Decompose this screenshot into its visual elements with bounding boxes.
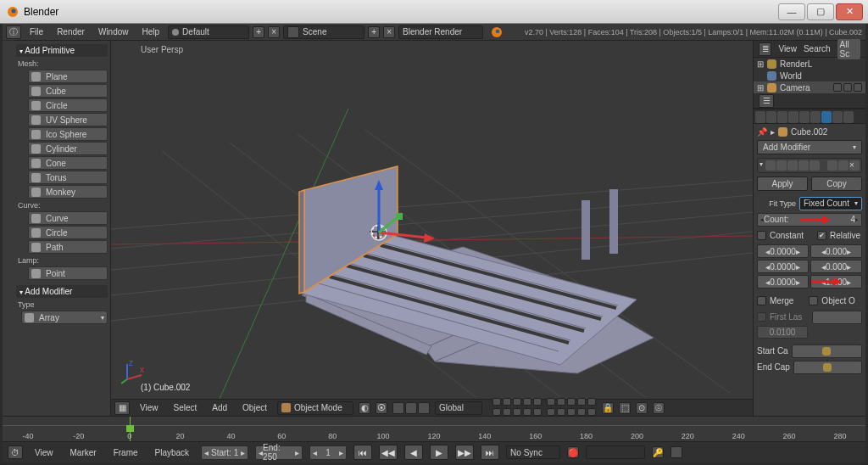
start-frame-field[interactable]: ◂Start: 1▸ — [201, 445, 248, 460]
startcap-field[interactable] — [792, 345, 862, 358]
tl-menu-frame[interactable]: Frame — [108, 448, 143, 457]
collapse-icon[interactable]: ▾ — [760, 160, 763, 171]
copy-button[interactable]: Copy — [811, 176, 862, 191]
layout-add-button[interactable]: + — [253, 26, 264, 38]
current-frame-field[interactable]: ◂1▸ — [309, 445, 347, 460]
add-curve-button[interactable]: Curve — [28, 211, 108, 225]
add-cylinder-button[interactable]: Cylinder — [28, 142, 108, 155]
add-torus-button[interactable]: Torus — [28, 171, 108, 184]
constraints-tab[interactable] — [810, 111, 821, 123]
add-modifier-dropdown[interactable]: Add Modifier▾ — [757, 140, 862, 154]
outliner-scope[interactable]: All Sc — [837, 39, 860, 59]
outliner-view[interactable]: View — [778, 44, 797, 53]
manip-translate-icon[interactable] — [392, 402, 404, 414]
sync-mode-select[interactable]: No Sync — [506, 445, 560, 459]
constant-y-field[interactable]: ◂0.0000▸ — [757, 260, 809, 273]
snap-icon[interactable]: ⬚ — [619, 402, 631, 414]
firstlast-checkbox[interactable] — [757, 312, 766, 322]
layout-delete-button[interactable]: × — [268, 26, 280, 38]
snap-target-icon[interactable]: ⊙ — [636, 402, 648, 414]
renderlayers-tab[interactable] — [766, 111, 776, 123]
key-insert-icon[interactable]: 🔑 — [652, 446, 664, 458]
jump-start-button[interactable]: ⏮ — [353, 445, 372, 460]
tl-menu-marker[interactable]: Marker — [65, 448, 102, 457]
tl-menu-playback[interactable]: Playback — [150, 448, 195, 457]
viewport-editor-icon[interactable]: ▦ — [114, 401, 130, 415]
play-button[interactable]: ▶ — [430, 445, 448, 460]
modifiers-tab[interactable] — [821, 111, 832, 123]
shading-icon[interactable]: ◐ — [359, 402, 370, 414]
minimize-button[interactable]: — — [778, 3, 805, 20]
vp-menu-add[interactable]: Add — [207, 403, 232, 412]
relative-checkbox[interactable] — [817, 231, 826, 240]
mod-display-cage-icon[interactable] — [810, 160, 820, 171]
render-preview-icon[interactable]: ⦾ — [653, 402, 665, 414]
scene-add-button[interactable]: + — [368, 26, 380, 38]
autokey-icon[interactable]: 🔴 — [567, 446, 579, 458]
mod-display-render-icon[interactable] — [776, 160, 787, 171]
outliner[interactable]: ⊞RenderL World ⊞Camera — [754, 58, 865, 93]
panel-add-primitive[interactable]: Add Primitive — [16, 44, 108, 57]
layer-buttons[interactable] — [492, 398, 597, 417]
add-monkey-button[interactable]: Monkey — [28, 185, 108, 199]
add-icosphere-button[interactable]: Ico Sphere — [28, 127, 108, 141]
add-path-button[interactable]: Path — [28, 240, 108, 254]
outliner-row[interactable]: ⊞RenderL — [754, 58, 865, 70]
object-tab[interactable] — [799, 111, 810, 123]
outliner-row[interactable]: World — [754, 70, 865, 81]
count-field[interactable]: ◂ Count: 4 ▸ — [757, 213, 862, 227]
jump-end-button[interactable]: ⏭ — [481, 445, 499, 460]
material-tab[interactable] — [843, 111, 854, 123]
play-reverse-button[interactable]: ◀ — [404, 445, 423, 460]
data-tab[interactable] — [832, 111, 843, 123]
prev-key-button[interactable]: ◀◀ — [379, 445, 398, 460]
menu-help[interactable]: Help — [137, 27, 165, 36]
timeline-editor-icon[interactable]: ⏱ — [8, 445, 23, 459]
vp-menu-select[interactable]: Select — [169, 403, 203, 412]
key-delete-icon[interactable] — [670, 446, 682, 458]
relative-y-field[interactable]: ◂0.000▸ — [810, 260, 862, 273]
add-curvecircle-button[interactable]: Circle — [28, 226, 108, 239]
add-pointlamp-button[interactable]: Point — [28, 266, 108, 280]
end-frame-field[interactable]: ◂End: 250▸ — [255, 445, 303, 460]
delete-modifier-icon[interactable]: × — [849, 160, 860, 171]
move-up-icon[interactable] — [827, 160, 837, 171]
restrict-select-icon[interactable] — [843, 83, 852, 92]
constant-z-field[interactable]: ◂0.0000▸ — [757, 275, 809, 289]
orientation-select[interactable]: Global — [435, 401, 482, 415]
lock-icon[interactable]: 🔒 — [602, 402, 614, 414]
add-uvsphere-button[interactable]: UV Sphere — [28, 113, 108, 126]
screen-layout-select[interactable]: Default — [168, 25, 249, 39]
menu-window[interactable]: Window — [93, 27, 134, 36]
manip-rotate-icon[interactable] — [405, 402, 417, 414]
add-cone-button[interactable]: Cone — [28, 156, 108, 170]
mode-select[interactable]: Object Mode — [277, 401, 353, 415]
constant-x-field[interactable]: ◂0.0000▸ — [757, 244, 809, 258]
next-key-button[interactable]: ▶▶ — [455, 445, 474, 460]
pivot-icon[interactable]: ⦿ — [376, 402, 387, 414]
render-tab[interactable] — [755, 111, 765, 123]
editor-type-icon[interactable]: ⓘ — [6, 25, 21, 39]
scene-delete-button[interactable]: × — [383, 26, 395, 38]
restrict-render-icon[interactable] — [854, 83, 862, 92]
tl-menu-view[interactable]: View — [30, 448, 58, 457]
add-circle-button[interactable]: Circle — [28, 98, 108, 112]
move-down-icon[interactable] — [838, 160, 849, 171]
3d-viewport[interactable]: z x User Persp (1) Cube.002 ▦ View Selec… — [111, 41, 753, 416]
menu-file[interactable]: File — [25, 27, 48, 36]
scene-select[interactable]: Scene — [283, 25, 364, 39]
maximize-button[interactable]: ▢ — [807, 3, 834, 20]
add-plane-button[interactable]: Plane — [28, 70, 108, 83]
merge-checkbox[interactable] — [757, 296, 766, 305]
render-engine-select[interactable]: Blender Render — [398, 25, 483, 39]
modifier-type-select[interactable]: Array ▾ — [21, 311, 108, 324]
outliner-editor-icon[interactable]: ≣ — [759, 42, 771, 56]
pin-icon[interactable]: 📌 — [757, 127, 767, 137]
outliner-search[interactable]: Search — [804, 44, 831, 53]
relative-z-field[interactable]: ◂1.100▸ — [810, 275, 862, 289]
props-editor-icon[interactable]: ☰ — [759, 94, 774, 108]
restrict-view-icon[interactable] — [833, 83, 842, 92]
mod-display-viewport-icon[interactable] — [787, 160, 798, 171]
add-cube-button[interactable]: Cube — [28, 84, 108, 98]
keying-set-select[interactable] — [586, 445, 645, 459]
